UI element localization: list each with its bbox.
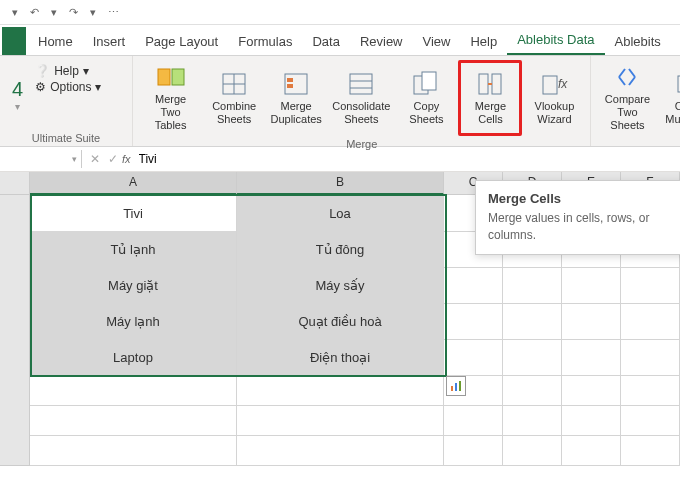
svg-rect-0 (158, 69, 170, 85)
tab-home[interactable]: Home (28, 28, 83, 55)
vlookup-wizard-button[interactable]: fx VlookupWizard (524, 60, 584, 136)
redo-dd[interactable]: ▾ (86, 4, 100, 21)
cell[interactable] (503, 267, 562, 304)
cell[interactable]: Loa (237, 195, 444, 232)
row-header[interactable] (0, 303, 30, 340)
svg-rect-6 (287, 78, 293, 82)
tab-ablebits[interactable]: Ablebits (605, 28, 671, 55)
cell[interactable]: Máy sấy (237, 267, 444, 304)
compare-multi-icon (675, 70, 680, 98)
consolidate-sheets-button[interactable]: ConsolidateSheets (328, 60, 394, 136)
cell[interactable] (30, 375, 237, 406)
cell[interactable] (30, 435, 237, 466)
tab-insert[interactable]: Insert (83, 28, 136, 55)
qat-more[interactable]: ⋯ (104, 4, 123, 21)
ribbon-tabs: Home Insert Page Layout Formulas Data Re… (0, 25, 680, 56)
redo-button[interactable]: ↷ (65, 4, 82, 21)
cell[interactable] (503, 303, 562, 340)
cell[interactable] (444, 267, 503, 304)
combine-sheets-icon (220, 70, 248, 98)
compare-multiple-button[interactable]: CompMultiple S (659, 60, 680, 136)
cell[interactable]: Máy giặt (30, 267, 237, 304)
vlookup-icon: fx (540, 70, 568, 98)
row-header[interactable] (0, 339, 30, 376)
cell[interactable] (562, 375, 621, 406)
suite-badge: 4 (12, 78, 23, 101)
cell[interactable] (562, 339, 621, 376)
cell[interactable] (621, 303, 680, 340)
merge-dup-icon (282, 70, 310, 98)
options-button[interactable]: ⚙Options ▾ (35, 80, 101, 94)
tab-help[interactable]: Help (460, 28, 507, 55)
row-header[interactable] (0, 267, 30, 304)
compare-two-sheets-button[interactable]: CompareTwo Sheets (597, 60, 657, 136)
svg-rect-20 (455, 383, 457, 391)
cell[interactable] (621, 267, 680, 304)
quick-analysis-icon[interactable] (446, 376, 466, 396)
help-button[interactable]: ❔Help ▾ (35, 64, 101, 78)
svg-rect-15 (543, 76, 557, 94)
fx-icon[interactable]: fx (122, 153, 131, 165)
cell[interactable] (621, 435, 680, 466)
row-header[interactable] (0, 375, 30, 406)
svg-text:fx: fx (558, 77, 568, 91)
cell[interactable] (621, 339, 680, 376)
select-all[interactable] (0, 172, 30, 195)
save-icon[interactable]: ▾ (8, 4, 22, 21)
cell[interactable] (562, 303, 621, 340)
cell[interactable] (444, 303, 503, 340)
tab-review[interactable]: Review (350, 28, 413, 55)
name-box[interactable] (0, 150, 72, 168)
col-b[interactable]: B (237, 172, 444, 195)
svg-rect-21 (459, 381, 461, 391)
cell[interactable] (444, 339, 503, 376)
tab-page-layout[interactable]: Page Layout (135, 28, 228, 55)
file-tab[interactable] (2, 27, 26, 55)
cell[interactable]: Tủ lạnh (30, 231, 237, 268)
cell[interactable]: Tivi (30, 195, 237, 232)
cell[interactable] (503, 375, 562, 406)
cell[interactable]: Laptop (30, 339, 237, 376)
formula-bar[interactable] (131, 150, 680, 168)
cell[interactable] (503, 405, 562, 436)
cell[interactable]: Tủ đông (237, 231, 444, 268)
suite-sub: ▾ (15, 101, 20, 112)
combine-sheets-button[interactable]: CombineSheets (204, 60, 264, 136)
cell[interactable] (503, 435, 562, 466)
col-a[interactable]: A (30, 172, 237, 195)
enter-formula[interactable]: ✓ (104, 152, 122, 166)
cell[interactable]: Điện thoại (237, 339, 444, 376)
cell[interactable] (562, 405, 621, 436)
merge-duplicates-button[interactable]: MergeDuplicates (266, 60, 326, 136)
row-header[interactable] (0, 231, 30, 268)
cancel-formula[interactable]: ✕ (86, 152, 104, 166)
tab-ablebits-data[interactable]: Ablebits Data (507, 26, 604, 55)
cell[interactable] (237, 375, 444, 406)
undo-dd[interactable]: ▾ (47, 4, 61, 21)
row-header[interactable] (0, 435, 30, 466)
tab-view[interactable]: View (413, 28, 461, 55)
cell[interactable]: Quạt điều hoà (237, 303, 444, 340)
svg-rect-12 (422, 72, 436, 90)
cell[interactable]: Máy lạnh (30, 303, 237, 340)
cell[interactable] (30, 405, 237, 436)
cell[interactable] (621, 375, 680, 406)
cell[interactable] (444, 435, 503, 466)
undo-button[interactable]: ↶ (26, 4, 43, 21)
row-header[interactable] (0, 405, 30, 436)
cell[interactable] (503, 339, 562, 376)
cell[interactable] (562, 435, 621, 466)
cell[interactable] (621, 405, 680, 436)
row-header[interactable] (0, 195, 30, 232)
copy-sheets-button[interactable]: CopySheets (396, 60, 456, 136)
merge-cells-button[interactable]: MergeCells (458, 60, 522, 136)
tab-formulas[interactable]: Formulas (228, 28, 302, 55)
cell[interactable] (237, 405, 444, 436)
svg-rect-13 (479, 74, 488, 94)
help-icon: ❔ (35, 64, 50, 78)
cell[interactable] (444, 405, 503, 436)
cell[interactable] (562, 267, 621, 304)
merge-two-tables-button[interactable]: MergeTwo Tables (139, 60, 202, 136)
tab-data[interactable]: Data (302, 28, 349, 55)
cell[interactable] (237, 435, 444, 466)
